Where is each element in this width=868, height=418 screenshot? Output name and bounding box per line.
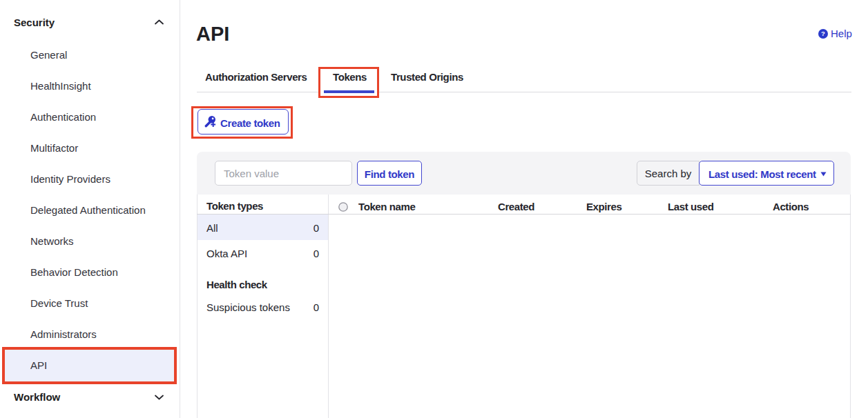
svg-text:?: ? xyxy=(821,30,825,37)
